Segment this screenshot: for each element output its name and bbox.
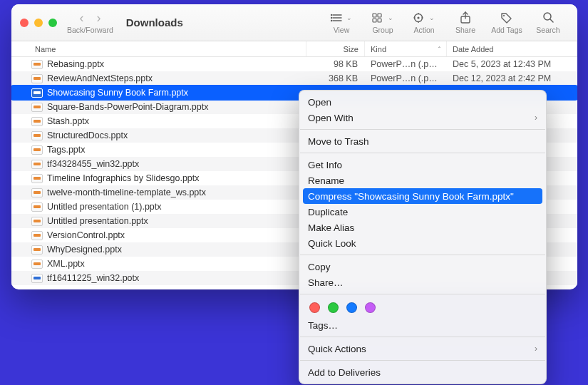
file-icon — [31, 160, 43, 169]
svg-point-5 — [331, 20, 331, 21]
file-name: Stash.pptx — [47, 116, 306, 126]
file-icon — [31, 231, 43, 240]
col-size[interactable]: Size — [306, 41, 365, 56]
svg-point-4 — [331, 17, 331, 18]
file-icon — [31, 217, 43, 226]
file-kind: PowerP…n (.pptx) — [365, 59, 447, 69]
svg-rect-6 — [373, 14, 376, 17]
ctx-quick-actions[interactable]: Quick Actions› — [299, 341, 546, 356]
sort-caret-icon: ˆ — [438, 46, 440, 53]
forward-button[interactable]: › — [96, 11, 100, 24]
svg-rect-7 — [378, 14, 381, 17]
file-icon — [31, 117, 43, 126]
separator — [300, 153, 545, 153]
separator — [300, 337, 545, 337]
file-icon — [31, 260, 43, 269]
file-icon — [31, 188, 43, 197]
file-name: Untitled presentation.pptx — [47, 216, 306, 226]
ctx-copy[interactable]: Copy — [299, 259, 546, 274]
file-icon — [31, 174, 43, 183]
ctx-open-with[interactable]: Open With› — [299, 110, 546, 125]
file-row[interactable]: Rebasing.pptx98 KBPowerP…n (.pptx)Dec 5,… — [11, 57, 577, 71]
file-icon — [31, 274, 43, 283]
window-controls — [20, 4, 57, 41]
ctx-compress[interactable]: Compress "Showcasing Sunny Book Farm.ppt… — [303, 188, 542, 204]
tag-color-dot[interactable] — [365, 302, 376, 313]
file-name: Timeline Infographics by Slidesgo.pptx — [47, 173, 306, 183]
ctx-make-alias[interactable]: Make Alias — [299, 220, 546, 235]
file-icon — [31, 131, 43, 140]
svg-point-3 — [331, 14, 331, 15]
tags-button[interactable]: Add Tags — [486, 4, 527, 41]
file-name: WhyDesigned.pptx — [47, 245, 306, 255]
toolbar: ‹ › Back/Forward Downloads ⌄ View ⌄ Grou… — [11, 4, 577, 41]
ctx-quick-look[interactable]: Quick Look — [299, 235, 546, 251]
ctx-share[interactable]: Share… — [299, 274, 546, 290]
file-name: Showcasing Sunny Book Farm.pptx — [47, 88, 306, 98]
file-name: Tags.pptx — [47, 145, 306, 155]
file-name: Rebasing.pptx — [47, 59, 306, 69]
file-date: Dec 12, 2023 at 2:42 PM — [447, 73, 577, 83]
separator — [300, 129, 545, 130]
view-button[interactable]: ⌄ View — [321, 4, 362, 41]
svg-rect-8 — [373, 19, 376, 22]
file-icon — [31, 74, 43, 83]
chevron-down-icon: ⌄ — [346, 14, 352, 21]
file-name: Square-Bands-PowerPoint-Diagram.pptx — [47, 102, 306, 112]
search-button[interactable]: Search — [527, 4, 569, 41]
separator — [300, 294, 545, 294]
file-name: VersionControl.pptx — [47, 230, 306, 240]
chevron-down-icon: ⌄ — [429, 14, 435, 21]
separator — [300, 255, 545, 255]
file-name: Untitled presentation (1).pptx — [47, 202, 306, 212]
close-window-button[interactable] — [20, 19, 29, 27]
nav-back-forward: ‹ › Back/Forward — [67, 4, 113, 41]
share-button[interactable]: Share — [445, 4, 486, 41]
action-button[interactable]: ⌄ Action — [403, 4, 445, 41]
ctx-get-info[interactable]: Get Info — [299, 157, 546, 173]
context-menu: Open Open With› Move to Trash Get Info R… — [299, 90, 547, 384]
svg-rect-9 — [378, 19, 381, 22]
chevron-down-icon: ⌄ — [388, 14, 393, 21]
file-icon — [31, 202, 43, 212]
file-icon — [31, 103, 43, 112]
file-name: twelve-month-timeline-template_ws.pptx — [47, 188, 306, 197]
ctx-add-deliveries[interactable]: Add to Deliveries — [299, 364, 546, 380]
svg-point-17 — [503, 14, 505, 16]
svg-line-19 — [550, 19, 553, 22]
separator — [300, 360, 545, 361]
file-size: 368 KB — [306, 73, 365, 83]
file-icon — [31, 245, 43, 255]
file-icon — [31, 88, 43, 98]
ctx-trash[interactable]: Move to Trash — [299, 133, 546, 149]
minimize-window-button[interactable] — [34, 19, 43, 27]
nav-label: Back/Forward — [67, 26, 113, 34]
file-icon — [31, 145, 43, 155]
file-name: ReviewAndNextSteps.pptx — [47, 73, 306, 83]
svg-point-11 — [417, 16, 419, 19]
chevron-right-icon: › — [535, 113, 537, 123]
col-name[interactable]: Name — [11, 41, 306, 56]
ctx-tags[interactable]: Tags… — [299, 317, 546, 333]
col-kind[interactable]: Kindˆ — [365, 41, 447, 56]
zoom-window-button[interactable] — [48, 19, 57, 27]
file-size: 98 KB — [306, 59, 365, 69]
tag-color-dot[interactable] — [346, 302, 357, 313]
ctx-open[interactable]: Open — [299, 94, 546, 110]
tag-color-dot[interactable] — [328, 302, 339, 313]
file-date: Dec 5, 2023 at 12:43 PM — [447, 59, 577, 69]
tag-color-dot[interactable] — [309, 302, 320, 313]
ctx-tag-colors — [299, 298, 546, 317]
file-name: XML.pptx — [47, 259, 306, 269]
chevron-right-icon: › — [535, 344, 537, 354]
file-name: StructuredDocs.pptx — [47, 130, 306, 140]
file-row[interactable]: ReviewAndNextSteps.pptx368 KBPowerP…n (.… — [11, 71, 577, 86]
file-icon — [31, 60, 43, 69]
ctx-rename[interactable]: Rename — [299, 173, 546, 188]
group-button[interactable]: ⌄ Group — [362, 4, 403, 41]
back-button[interactable]: ‹ — [79, 11, 83, 24]
ctx-duplicate[interactable]: Duplicate — [299, 204, 546, 220]
file-name: tf34328455_win32.pptx — [47, 159, 306, 169]
window-title: Downloads — [126, 4, 183, 41]
col-date[interactable]: Date Added — [447, 41, 577, 56]
